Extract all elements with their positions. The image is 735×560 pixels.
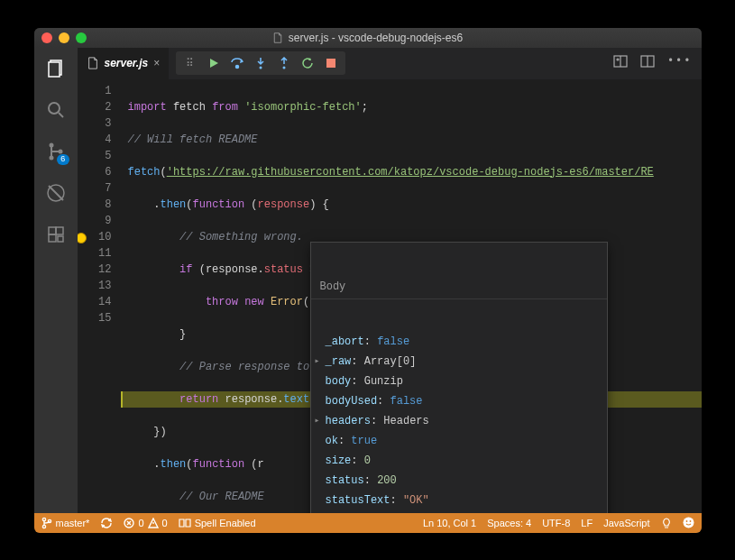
file-icon [87, 57, 99, 69]
hover-property-row[interactable]: status: 200 [311, 471, 607, 491]
git-branch[interactable]: master* [41, 517, 90, 529]
sync-button[interactable] [100, 517, 113, 529]
close-window-button[interactable] [41, 32, 52, 43]
feedback-icon[interactable] [661, 518, 672, 528]
vscode-window: server.js - vscode-debug-nodejs-es6 6 [34, 28, 702, 533]
gutter: 1 2 3 4 5 6 7 8 9 10 11 12 13 14 15 [78, 79, 121, 513]
explorer-icon[interactable] [44, 57, 68, 80]
maximize-window-button[interactable] [76, 32, 87, 43]
window-title: server.js - vscode-debug-nodejs-es6 [272, 32, 463, 44]
split-preview-icon[interactable] [613, 55, 628, 71]
svg-point-18 [42, 518, 45, 520]
eol[interactable]: LF [581, 518, 593, 528]
warning-icon [148, 518, 159, 528]
svg-point-11 [236, 66, 239, 69]
language-mode[interactable]: JavaScript [603, 518, 649, 528]
line-number-breakpoint[interactable]: 10 [78, 229, 112, 245]
svg-point-4 [49, 155, 53, 160]
line-number: 7 [78, 180, 112, 197]
hover-property-row[interactable]: bodyUsed: false [311, 391, 607, 411]
continue-button[interactable] [207, 56, 221, 70]
line-number: 1 [78, 83, 112, 99]
editor-area: server.js × ⠿ ••• [78, 48, 702, 513]
extensions-icon[interactable] [44, 223, 68, 246]
svg-point-23 [685, 520, 687, 522]
svg-point-22 [683, 518, 694, 528]
stop-button[interactable] [324, 56, 338, 70]
line-number: 2 [78, 99, 112, 115]
svg-point-24 [689, 520, 691, 522]
svg-rect-9 [49, 234, 56, 242]
svg-point-3 [49, 142, 53, 147]
svg-rect-1 [49, 62, 60, 77]
close-tab-icon[interactable]: × [153, 57, 160, 69]
step-into-button[interactable] [253, 56, 268, 70]
drag-handle-icon[interactable]: ⠿ [183, 56, 198, 70]
debug-icon[interactable] [44, 181, 68, 205]
smiley-icon[interactable] [683, 517, 694, 528]
indentation[interactable]: Spaces: 4 [487, 518, 531, 528]
spell-check[interactable]: Spell Enabled [179, 518, 256, 528]
activity-bar: 6 [34, 48, 78, 513]
branch-label: master* [56, 518, 90, 528]
line-number: 14 [78, 294, 112, 310]
svg-point-16 [617, 59, 619, 60]
code-content[interactable]: import fetch from 'isomorphic-fetch'; //… [121, 79, 702, 513]
editor-actions: ••• [604, 55, 702, 71]
source-control-icon[interactable]: 6 [44, 140, 68, 163]
line-number: 5 [78, 148, 112, 164]
lightbulb-icon [661, 518, 672, 528]
warning-count: 0 [162, 518, 168, 528]
hover-property-row[interactable]: body: Gunzip [311, 372, 607, 391]
line-number: 9 [78, 213, 112, 229]
split-editor-icon[interactable] [640, 55, 655, 71]
window-title-text: server.js - vscode-debug-nodejs-es6 [289, 32, 463, 44]
tab-label: server.js [105, 57, 149, 69]
more-actions-icon[interactable]: ••• [667, 55, 693, 71]
sync-icon [100, 517, 113, 529]
svg-point-19 [42, 525, 45, 528]
hover-property-row[interactable]: ok: true [311, 431, 607, 451]
error-icon [124, 518, 134, 528]
hover-property-row[interactable]: _abort: false [311, 332, 607, 352]
svg-point-2 [49, 103, 60, 114]
hover-property-row[interactable]: headers: Headers [311, 411, 607, 431]
svg-rect-8 [56, 227, 63, 234]
line-number: 12 [78, 262, 112, 278]
code-editor[interactable]: 1 2 3 4 5 6 7 8 9 10 11 12 13 14 15 impo… [78, 79, 702, 513]
restart-button[interactable] [300, 56, 315, 70]
hover-property-row[interactable]: timeout: 0 [311, 510, 607, 513]
step-over-button[interactable] [230, 56, 244, 70]
svg-rect-14 [326, 59, 335, 68]
debug-toolbar: ⠿ [176, 51, 345, 75]
line-number: 11 [78, 245, 112, 262]
book-icon [179, 518, 191, 528]
line-number: 13 [78, 278, 112, 294]
file-icon [272, 32, 283, 43]
svg-rect-10 [58, 236, 63, 242]
step-out-button[interactable] [277, 56, 291, 70]
branch-icon [41, 517, 52, 529]
source-control-badge: 6 [57, 154, 69, 165]
encoding[interactable]: UTF-8 [542, 518, 570, 528]
problems[interactable]: 0 0 [124, 518, 167, 528]
tab-server-js[interactable]: server.js × [78, 48, 170, 79]
svg-point-13 [283, 67, 286, 69]
smiley-icon [683, 517, 694, 528]
spell-label: Spell Enabled [195, 518, 256, 528]
error-count: 0 [138, 518, 143, 528]
cursor-position[interactable]: Ln 10, Col 1 [423, 518, 476, 528]
hover-property-row[interactable]: _raw: Array[0] [311, 352, 607, 372]
svg-rect-7 [49, 227, 56, 234]
minimize-window-button[interactable] [59, 32, 69, 43]
status-bar: master* 0 0 Spell Enabled Ln 10, Col 1 S… [34, 513, 702, 533]
svg-point-12 [260, 67, 262, 69]
titlebar: server.js - vscode-debug-nodejs-es6 [34, 28, 702, 48]
svg-point-5 [58, 149, 62, 153]
line-number: 15 [78, 310, 112, 326]
search-icon[interactable] [44, 98, 68, 122]
hover-property-row[interactable]: statusText: "OK" [311, 491, 607, 510]
debug-hover-popup[interactable]: Body _abort: false_raw: Array[0]body: Gu… [310, 242, 608, 513]
hover-header: Body [311, 275, 607, 299]
hover-property-row[interactable]: size: 0 [311, 451, 607, 471]
